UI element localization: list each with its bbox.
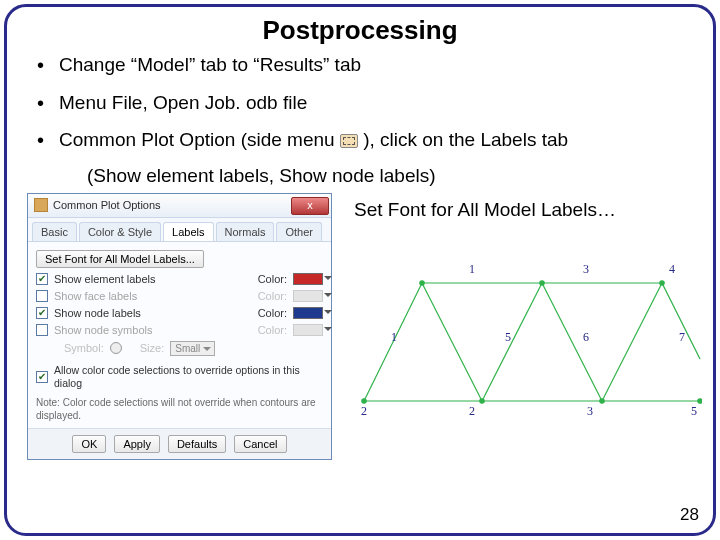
tab-normals[interactable]: Normals bbox=[216, 222, 275, 241]
dialog-title: Common Plot Options bbox=[53, 199, 161, 211]
checkbox-node-symbols[interactable] bbox=[36, 324, 48, 336]
svg-point-11 bbox=[362, 399, 366, 403]
dialog-body: Set Font for All Model Labels... ✔ Show … bbox=[28, 242, 331, 428]
tab-basic[interactable]: Basic bbox=[32, 222, 77, 241]
elem-label: 1 bbox=[391, 330, 397, 344]
page-number: 28 bbox=[680, 505, 699, 525]
dialog-tabs: Basic Color & Style Labels Normals Other bbox=[28, 218, 331, 242]
mesh-diagram: 1 3 4 1 5 6 7 2 2 3 5 bbox=[342, 251, 702, 421]
label-node-symbols: Show node symbols bbox=[54, 324, 252, 336]
elem-label: 5 bbox=[505, 330, 511, 344]
row-allow-color-code: ✔ Allow color code selections to overrid… bbox=[36, 364, 323, 390]
size-label: Size: bbox=[140, 342, 164, 354]
color-label-1: Color: bbox=[258, 290, 287, 302]
svg-point-15 bbox=[420, 281, 424, 285]
svg-line-2 bbox=[482, 283, 542, 401]
cancel-button[interactable]: Cancel bbox=[234, 435, 286, 453]
row-show-node-symbols: Show node symbols Color: bbox=[36, 324, 323, 336]
tab-labels[interactable]: Labels bbox=[163, 222, 213, 241]
color-swatch-node[interactable] bbox=[293, 307, 323, 319]
common-plot-options-icon bbox=[340, 134, 358, 148]
elem-label: 2 bbox=[469, 404, 475, 418]
svg-line-5 bbox=[662, 283, 700, 359]
row-show-face-labels: Show face labels Color: bbox=[36, 290, 323, 302]
ok-button[interactable]: OK bbox=[72, 435, 106, 453]
size-select: Small bbox=[170, 341, 215, 356]
label-element-labels: Show element labels bbox=[54, 273, 252, 285]
dialog-icon bbox=[34, 198, 48, 212]
close-button[interactable]: x bbox=[291, 197, 329, 215]
elem-label: 2 bbox=[361, 404, 367, 418]
svg-point-17 bbox=[660, 281, 664, 285]
symbol-label: Symbol: bbox=[64, 342, 104, 354]
elem-label: 6 bbox=[583, 330, 589, 344]
elem-label: 7 bbox=[679, 330, 685, 344]
tab-other[interactable]: Other bbox=[276, 222, 322, 241]
checkbox-face-labels[interactable] bbox=[36, 290, 48, 302]
checkbox-allow-color[interactable]: ✔ bbox=[36, 371, 48, 383]
svg-point-13 bbox=[600, 399, 604, 403]
elem-label: 1 bbox=[469, 262, 475, 276]
apply-button[interactable]: Apply bbox=[114, 435, 160, 453]
common-plot-options-dialog: Common Plot Options x Basic Color & Styl… bbox=[27, 193, 332, 460]
svg-line-1 bbox=[422, 283, 482, 401]
tab-color-style[interactable]: Color & Style bbox=[79, 222, 161, 241]
set-font-button[interactable]: Set Font for All Model Labels... bbox=[36, 250, 204, 268]
svg-line-4 bbox=[602, 283, 662, 401]
elem-label: 4 bbox=[669, 262, 675, 276]
slide-frame: Postprocessing Change “Model” tab to “Re… bbox=[4, 4, 716, 536]
elem-label: 3 bbox=[587, 404, 593, 418]
defaults-button[interactable]: Defaults bbox=[168, 435, 226, 453]
dialog-titlebar[interactable]: Common Plot Options x bbox=[28, 194, 331, 218]
right-column: Set Font for All Model Labels… bbox=[346, 193, 693, 460]
color-label-2: Color: bbox=[258, 307, 287, 319]
slide-title: Postprocessing bbox=[27, 15, 693, 46]
bullet-list: Change “Model” tab to “Results” tab Menu… bbox=[27, 52, 693, 153]
label-node-labels: Show node labels bbox=[54, 307, 252, 319]
row-show-element-labels: ✔ Show element labels Color: bbox=[36, 273, 323, 285]
label-allow-color: Allow color code selections to override … bbox=[54, 364, 323, 390]
elem-label: 5 bbox=[691, 404, 697, 418]
svg-point-14 bbox=[698, 399, 702, 403]
color-label-0: Color: bbox=[258, 273, 287, 285]
bullet-2: Menu File, Open Job. odb file bbox=[37, 90, 693, 116]
bullet-1: Change “Model” tab to “Results” tab bbox=[37, 52, 693, 78]
bullet-3a: Common Plot Option (side menu bbox=[59, 129, 335, 150]
elem-label: 3 bbox=[583, 262, 589, 276]
color-swatch-symbol bbox=[293, 324, 323, 336]
svg-point-16 bbox=[540, 281, 544, 285]
checkbox-element-labels[interactable]: ✔ bbox=[36, 273, 48, 285]
svg-line-3 bbox=[542, 283, 602, 401]
symbol-picker bbox=[110, 342, 122, 354]
bullet-3b: ), click on the Labels tab bbox=[363, 129, 568, 150]
set-font-text: Set Font for All Model Labels… bbox=[354, 199, 693, 221]
checkbox-node-labels[interactable]: ✔ bbox=[36, 307, 48, 319]
bullet-3: Common Plot Option (side menu ), click o… bbox=[37, 127, 693, 153]
dialog-button-row: OK Apply Defaults Cancel bbox=[28, 428, 331, 459]
row-show-node-labels: ✔ Show node labels Color: bbox=[36, 307, 323, 319]
label-face-labels: Show face labels bbox=[54, 290, 252, 302]
color-label-3: Color: bbox=[258, 324, 287, 336]
dialog-note: Note: Color code selections will not ove… bbox=[36, 396, 323, 422]
bullet-sub: (Show element labels, Show node labels) bbox=[87, 165, 693, 187]
row-symbol-size: Symbol: Size: Small bbox=[64, 341, 323, 356]
color-swatch-element[interactable] bbox=[293, 273, 323, 285]
svg-point-12 bbox=[480, 399, 484, 403]
color-swatch-face bbox=[293, 290, 323, 302]
